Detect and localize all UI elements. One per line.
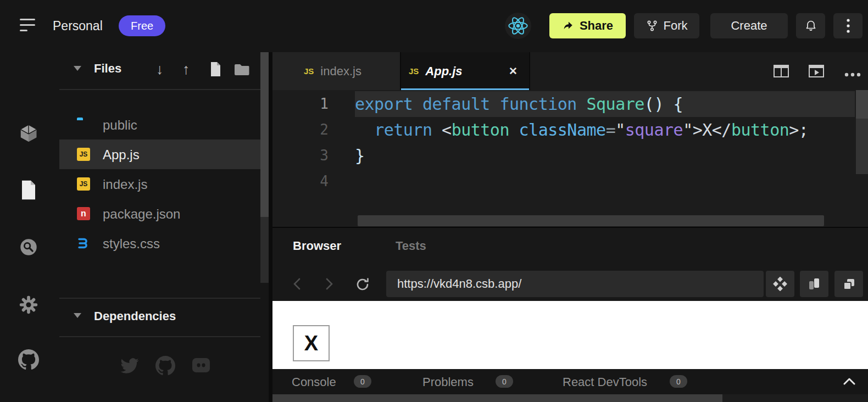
refresh-button[interactable]: [355, 277, 370, 294]
files-panel-title: Files: [94, 62, 121, 76]
settings-button[interactable]: [18, 294, 40, 316]
panels-button[interactable]: [800, 271, 828, 297]
divider: [59, 298, 260, 299]
workspace-name[interactable]: Personal: [53, 19, 103, 34]
open-preview-button[interactable]: [809, 65, 824, 80]
create-button[interactable]: Create: [710, 13, 788, 38]
editor-vscrollbar-thumb[interactable]: [856, 90, 868, 119]
problems-count-badge: 0: [496, 375, 513, 388]
editor-hscrollbar-thumb[interactable]: [358, 215, 824, 226]
file-name: App.js: [103, 147, 140, 163]
github-icon: [155, 356, 175, 376]
console-count-badge: 0: [354, 375, 371, 388]
discord-icon: [191, 357, 211, 375]
divider: [59, 336, 260, 337]
codesandbox-window: Personal Free Share: [0, 0, 868, 402]
file-row-appjs[interactable]: JS App.js: [59, 139, 260, 169]
open-new-window-button[interactable]: [834, 271, 863, 297]
bell-icon: [804, 19, 817, 32]
discord-link[interactable]: [191, 357, 211, 377]
line-number: 3: [272, 143, 329, 169]
code-line-1: export default function Square() {: [355, 91, 683, 117]
fork-button[interactable]: Fork: [634, 13, 699, 38]
editor-more-button[interactable]: [844, 69, 861, 79]
menu-icon[interactable]: [20, 19, 35, 31]
preview-actions-button[interactable]: [766, 271, 794, 297]
collapse-files-icon[interactable]: [74, 66, 81, 71]
file-name: styles.css: [103, 236, 160, 252]
file-name: index.js: [103, 177, 147, 192]
tab-react-devtools[interactable]: React DevTools: [563, 375, 647, 389]
file-row-packagejson[interactable]: n package.json: [59, 199, 260, 228]
file-row-indexjs[interactable]: JS index.js: [59, 169, 260, 199]
react-atom-icon: [508, 15, 528, 36]
fork-icon: [646, 20, 658, 32]
tab-tests[interactable]: Tests: [396, 239, 426, 253]
more-options-button[interactable]: [833, 13, 863, 38]
refresh-icon: [355, 277, 370, 292]
split-editor-icon: [774, 65, 789, 77]
bottom-scrollbar-thumb[interactable]: [272, 394, 722, 402]
js-file-icon: JS: [77, 148, 90, 161]
bottom-scrollbar[interactable]: [272, 394, 868, 402]
search-view-button[interactable]: [18, 236, 40, 258]
tab-indexjs[interactable]: JS index.js: [272, 52, 400, 90]
devtools-count-badge: 0: [670, 375, 687, 388]
dependencies-title: Dependencies: [94, 309, 176, 323]
twitter-icon: [120, 356, 140, 376]
tab-appjs[interactable]: JS App.js ✕: [401, 52, 529, 90]
download-arrow-icon[interactable]: ↓: [156, 62, 164, 77]
browser-preview: X: [272, 301, 868, 369]
back-icon: [292, 277, 301, 291]
twitter-link[interactable]: [120, 356, 140, 378]
files-scrollbar[interactable]: [260, 52, 269, 283]
file-row-public[interactable]: public: [59, 110, 260, 139]
codesandbox-cube-icon: [18, 123, 39, 144]
tab-browser[interactable]: Browser: [293, 239, 341, 253]
file-icon: [20, 180, 37, 200]
files-view-button[interactable]: [18, 179, 40, 201]
folder-icon: [77, 118, 90, 131]
js-file-icon: JS: [304, 66, 314, 76]
create-label: Create: [731, 19, 767, 33]
react-logo: [505, 13, 531, 39]
code-line-2: return <button className="square">X</but…: [355, 117, 808, 143]
forward-icon: [325, 277, 334, 291]
line-number: 4: [272, 169, 329, 194]
activity-rail: [0, 52, 59, 402]
tab-console[interactable]: Console: [292, 375, 336, 389]
open-new-window-icon: [842, 277, 856, 291]
editor-vscrollbar[interactable]: [856, 90, 868, 174]
forward-button[interactable]: [325, 277, 334, 293]
code-editor[interactable]: 1 2 3 4 export default function Square()…: [272, 90, 868, 227]
github-panel-button[interactable]: [18, 349, 40, 371]
settings-gear-icon: [18, 294, 39, 315]
plan-badge: Free: [119, 15, 165, 36]
divider: [529, 52, 530, 90]
tab-label: App.js: [425, 64, 462, 79]
new-folder-icon[interactable]: [234, 64, 249, 78]
file-row-stylescss[interactable]: styles.css: [59, 228, 260, 258]
collapse-dependencies-icon[interactable]: [74, 313, 81, 318]
sandbox-explorer-button[interactable]: [18, 122, 40, 144]
upload-arrow-icon[interactable]: ↑: [182, 62, 190, 77]
close-tab-icon[interactable]: ✕: [509, 65, 518, 77]
tab-problems[interactable]: Problems: [422, 375, 474, 389]
expand-console-button[interactable]: [843, 377, 855, 387]
editor-tabbar: JS index.js JS App.js ✕: [272, 52, 868, 90]
file-name: public: [103, 118, 137, 133]
notifications-button[interactable]: [796, 13, 825, 38]
divider: [59, 89, 260, 90]
css-file-icon: [77, 237, 90, 250]
url-input[interactable]: [386, 271, 764, 297]
line-number: 1: [272, 91, 329, 117]
new-file-icon[interactable]: [209, 62, 222, 79]
share-button[interactable]: Share: [549, 13, 626, 38]
back-button[interactable]: [292, 277, 301, 293]
files-scrollbar-thumb[interactable]: [260, 52, 269, 217]
split-editor-button[interactable]: [774, 65, 789, 80]
square-button[interactable]: X: [293, 325, 330, 361]
github-link[interactable]: [155, 356, 175, 378]
panels-icon: [807, 277, 821, 291]
panel-divider[interactable]: [269, 52, 272, 402]
